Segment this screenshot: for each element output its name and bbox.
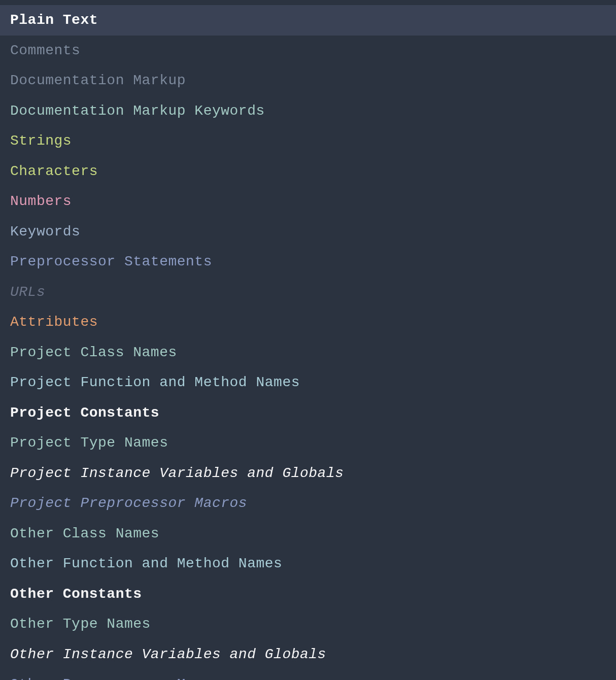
syntax-category-item[interactable]: Documentation Markup: [0, 65, 616, 96]
syntax-category-item[interactable]: Preprocessor Statements: [0, 247, 616, 277]
syntax-category-item[interactable]: Other Constants: [0, 579, 616, 609]
syntax-category-item[interactable]: Strings: [0, 126, 616, 156]
syntax-category-item[interactable]: Project Type Names: [0, 428, 616, 458]
syntax-category-item[interactable]: Project Class Names: [0, 337, 616, 368]
syntax-category-item[interactable]: Comments: [0, 36, 616, 66]
syntax-category-list: Plain TextCommentsDocumentation MarkupDo…: [0, 5, 616, 680]
syntax-category-item[interactable]: Numbers: [0, 186, 616, 217]
syntax-category-item[interactable]: Project Constants: [0, 398, 616, 428]
syntax-category-item[interactable]: Project Preprocessor Macros: [0, 488, 616, 519]
syntax-category-item[interactable]: Other Class Names: [0, 519, 616, 549]
syntax-category-item[interactable]: URLs: [0, 277, 616, 308]
syntax-category-item[interactable]: Project Instance Variables and Globals: [0, 458, 616, 489]
syntax-category-item[interactable]: Characters: [0, 156, 616, 187]
syntax-category-item[interactable]: Documentation Markup Keywords: [0, 96, 616, 126]
syntax-category-item[interactable]: Other Preprocessor Macros: [0, 669, 616, 680]
syntax-category-item[interactable]: Plain Text: [0, 5, 616, 36]
syntax-category-item[interactable]: Keywords: [0, 217, 616, 247]
syntax-category-item[interactable]: Project Function and Method Names: [0, 367, 616, 398]
syntax-category-item[interactable]: Other Function and Method Names: [0, 549, 616, 579]
syntax-category-item[interactable]: Other Instance Variables and Globals: [0, 639, 616, 670]
syntax-category-item[interactable]: Attributes: [0, 307, 616, 337]
syntax-theme-panel: Plain TextCommentsDocumentation MarkupDo…: [0, 0, 616, 680]
syntax-category-item[interactable]: Other Type Names: [0, 609, 616, 639]
